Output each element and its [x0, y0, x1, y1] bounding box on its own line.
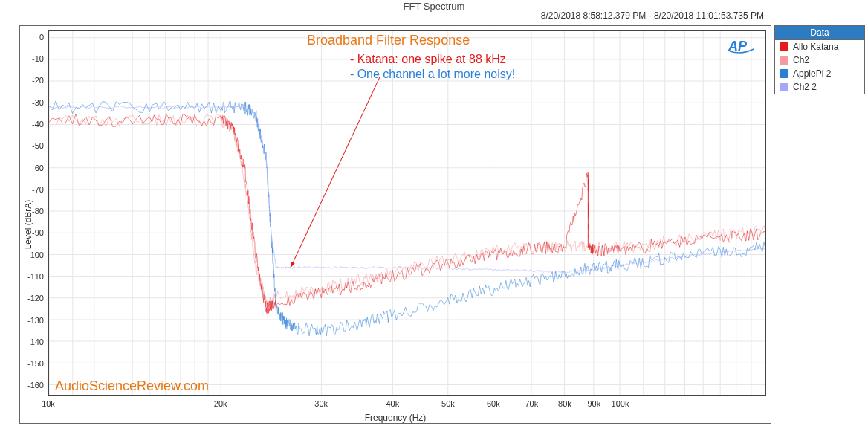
x-axis-label: Frequency (Hz) — [365, 413, 427, 423]
plot-inner: Broadband Filter Response - Katana: one … — [48, 30, 766, 396]
legend-swatch — [780, 69, 788, 78]
legend-item: Ch2 — [775, 54, 864, 67]
legend-label: ApplePi 2 — [793, 68, 831, 79]
y-ticks: 0-10-20-30-40-50-60-70-80-90-100-110-120… — [20, 30, 47, 396]
plot-area: Level (dBrA) 0-10-20-30-40-50-60-70-80-9… — [19, 25, 771, 424]
y-tick-label: -120 — [27, 294, 44, 303]
x-tick-label: 20k — [214, 399, 227, 408]
y-tick-label: -80 — [32, 207, 44, 216]
x-tick-label: 50k — [441, 399, 455, 408]
watermark: AudioScienceReview.com — [55, 378, 209, 394]
y-tick-label: -40 — [32, 120, 44, 129]
annotation-line1: - Katana: one spike at 88 kHz — [350, 53, 506, 66]
y-tick-label: -90 — [32, 228, 44, 237]
legend-label: Ch2 2 — [793, 82, 817, 92]
y-tick-label: -150 — [27, 359, 44, 368]
y-tick-label: -10 — [32, 54, 44, 63]
x-tick-label: 40k — [386, 399, 399, 408]
legend-swatch — [780, 56, 788, 65]
y-tick-label: -160 — [27, 381, 44, 390]
y-tick-label: -130 — [27, 316, 44, 325]
y-tick-label: -50 — [32, 141, 44, 150]
y-tick-label: -100 — [27, 251, 44, 259]
x-tick-label: 70k — [525, 399, 538, 408]
y-tick-label: -140 — [27, 337, 44, 346]
x-tick-label: 30k — [314, 399, 328, 408]
annotation-line2: - One channel a lot more noisy! — [350, 68, 515, 81]
annotation-title: Broadband Filter Response — [307, 33, 470, 48]
legend-header: Data — [775, 26, 864, 40]
legend-swatch — [780, 42, 788, 51]
legend-swatch — [780, 83, 788, 91]
y-tick-label: -110 — [27, 272, 44, 281]
legend-item: ApplePi 2 — [775, 67, 864, 80]
x-tick-label: 10k — [42, 399, 55, 408]
legend-item: Allo Katana — [775, 40, 864, 54]
ap-logo: AP — [728, 39, 757, 56]
legend-label: Allo Katana — [793, 42, 838, 52]
chart-frame: FFT Spectrum 8/20/2018 8:58:12.379 PM - … — [0, 0, 868, 446]
y-tick-label: -30 — [32, 98, 44, 107]
x-tick-label: 80k — [558, 399, 571, 408]
x-tick-label: 90k — [587, 399, 600, 408]
timestamp: 8/20/2018 8:58:12.379 PM - 8/20/2018 11:… — [541, 10, 764, 21]
y-tick-label: 0 — [39, 33, 44, 42]
y-tick-label: -20 — [32, 76, 44, 85]
legend: Data Allo KatanaCh2ApplePi 2Ch2 2 — [774, 25, 865, 94]
x-tick-label: 60k — [487, 399, 500, 408]
plot-svg — [49, 31, 765, 395]
x-tick-label: 100k — [612, 399, 629, 408]
y-tick-label: -70 — [32, 185, 44, 194]
legend-item: Ch2 2 — [775, 80, 864, 94]
svg-line-45 — [291, 77, 380, 268]
y-tick-label: -60 — [32, 164, 44, 172]
legend-label: Ch2 — [793, 55, 809, 65]
